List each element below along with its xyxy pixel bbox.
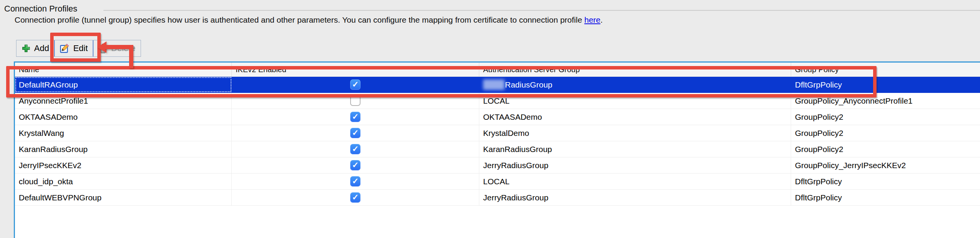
- table-row[interactable]: DefaultWEBVPNGroup ✓ JerryRadiusGroup Df…: [15, 190, 980, 206]
- table-row[interactable]: AnyconnectProfile1 ✓ LOCAL GroupPolicy_A…: [15, 93, 980, 109]
- cell-ikev2: ✓: [232, 190, 479, 205]
- description-before: Connection profile (tunnel group) specif…: [15, 15, 584, 24]
- add-button[interactable]: Add: [16, 40, 54, 56]
- checkmark-icon: ✓: [352, 144, 359, 154]
- cell-group-policy: DfltGrpPolicy: [791, 174, 980, 189]
- description-after: .: [600, 15, 603, 24]
- cell-ikev2: ✓: [232, 157, 479, 173]
- column-header-ikev2-enabled[interactable]: IKEv2 Enabled: [232, 63, 479, 76]
- table-row[interactable]: KrystalWang ✓ KrystalDemo GroupPolicy2: [15, 125, 980, 141]
- column-header-group-policy[interactable]: Group Policy: [791, 63, 980, 76]
- cell-group-policy: GroupPolicy_AnyconnectProfile1: [791, 93, 980, 109]
- cell-auth-server-group: RadiusGroup: [479, 77, 791, 93]
- cell-auth-server-group: LOCAL: [479, 93, 791, 109]
- table-row[interactable]: cloud_idp_okta ✓ LOCAL DfltGrpPolicy: [15, 174, 980, 190]
- edit-icon: [60, 43, 70, 53]
- ikev2-checkbox[interactable]: ✓: [350, 112, 361, 122]
- here-link[interactable]: here: [584, 15, 600, 24]
- add-icon: [21, 44, 31, 53]
- description-text: Connection profile (tunnel group) specif…: [15, 15, 603, 25]
- cell-ikev2: ✓: [232, 174, 479, 189]
- edit-button[interactable]: Edit: [54, 40, 93, 56]
- groupbox-rule: [103, 10, 980, 11]
- cell-group-policy: GroupPolicy2: [791, 109, 980, 125]
- checkmark-icon: ✓: [352, 112, 359, 121]
- page-title: Connection Profiles: [4, 4, 77, 14]
- cell-ikev2: ✓: [232, 141, 479, 157]
- column-header-name[interactable]: Name: [15, 63, 232, 76]
- cell-group-policy: GroupPolicy2: [791, 141, 980, 157]
- cell-name: KaranRadiusGroup: [15, 141, 232, 157]
- redaction-blur: [483, 79, 505, 90]
- cell-group-policy: DfltGrpPolicy: [791, 190, 980, 205]
- cell-auth-server-group: OKTAASADemo: [479, 109, 791, 125]
- checkmark-icon: ✓: [352, 177, 359, 186]
- edit-button-label: Edit: [73, 43, 88, 53]
- cell-auth-server-group: KrystalDemo: [479, 125, 791, 141]
- column-header-auth-server-group[interactable]: Authentication Server Group: [479, 63, 791, 76]
- cell-auth-server-group: JerryRadiusGroup: [479, 190, 791, 205]
- cell-name: OKTAASADemo: [15, 109, 232, 125]
- trash-icon: [98, 43, 108, 53]
- cell-name: DefaultRAGroup: [15, 77, 232, 93]
- ikev2-checkbox[interactable]: ✓: [350, 192, 361, 203]
- ikev2-checkbox[interactable]: ✓: [350, 144, 361, 154]
- cell-name: KrystalWang: [15, 125, 232, 141]
- cell-name: cloud_idp_okta: [15, 174, 232, 189]
- ikev2-checkbox[interactable]: ✓: [350, 160, 361, 170]
- connection-profiles-table: Name IKEv2 Enabled Authentication Server…: [14, 61, 980, 238]
- ikev2-checkbox[interactable]: ✓: [350, 128, 361, 138]
- cell-group-policy: GroupPolicy2: [791, 125, 980, 141]
- cell-group-policy: DfltGrpPolicy: [791, 77, 980, 93]
- cell-ikev2: ✓: [232, 109, 479, 125]
- checkmark-icon: ✓: [352, 193, 359, 202]
- cell-name: AnyconnectProfile1: [15, 93, 232, 109]
- delete-button-label: Delete: [111, 43, 136, 53]
- ikev2-checkbox[interactable]: ✓: [350, 96, 361, 106]
- profiles-toolbar: Add Edit Delete: [16, 40, 141, 57]
- table-row[interactable]: OKTAASADemo ✓ OKTAASADemo GroupPolicy2: [15, 109, 980, 125]
- ikev2-checkbox[interactable]: ✓: [350, 79, 361, 90]
- cell-auth-server-group: JerryRadiusGroup: [479, 157, 791, 173]
- checkmark-icon: ✓: [352, 160, 359, 170]
- cell-ikev2: ✓: [232, 93, 479, 109]
- add-button-label: Add: [34, 43, 49, 53]
- table-row[interactable]: JerryIPsecKKEv2 ✓ JerryRadiusGroup Group…: [15, 157, 980, 174]
- cell-name: DefaultWEBVPNGroup: [15, 190, 232, 205]
- cell-group-policy: GroupPolicy_JerryIPsecKKEv2: [791, 157, 980, 173]
- table-row[interactable]: DefaultRAGroup ✓ RadiusGroup DfltGrpPoli…: [15, 77, 980, 93]
- checkmark-icon: ✓: [352, 128, 359, 137]
- cell-ikev2: ✓: [232, 125, 479, 141]
- cell-auth-server-group: KaranRadiusGroup: [479, 141, 791, 157]
- cell-ikev2: ✓: [232, 77, 479, 93]
- table-header-row: Name IKEv2 Enabled Authentication Server…: [15, 63, 980, 77]
- checkmark-icon: ✓: [352, 80, 359, 89]
- cell-name: JerryIPsecKKEv2: [15, 157, 232, 173]
- cell-auth-server-group: LOCAL: [479, 174, 791, 189]
- ikev2-checkbox[interactable]: ✓: [350, 176, 361, 187]
- table-row[interactable]: KaranRadiusGroup ✓ KaranRadiusGroup Grou…: [15, 141, 980, 157]
- delete-button[interactable]: Delete: [93, 40, 141, 56]
